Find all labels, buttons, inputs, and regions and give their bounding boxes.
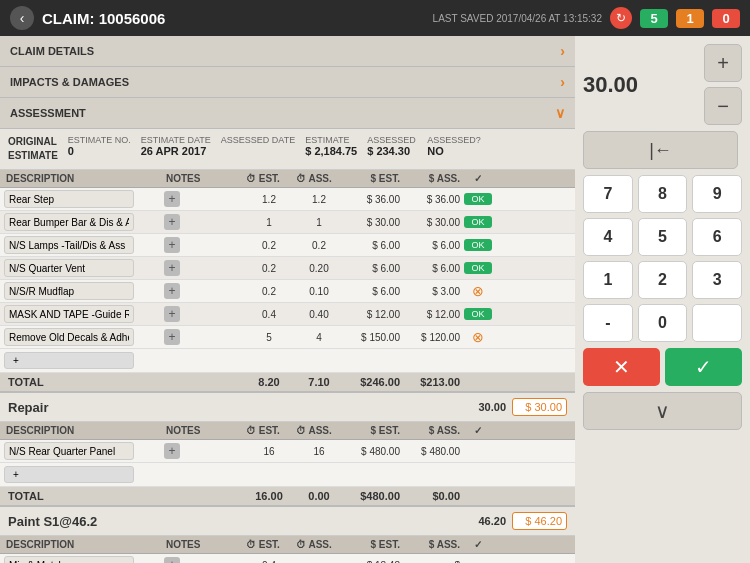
estimate-date-value: 26 APR 2017 <box>141 145 211 157</box>
estimate-no-label: ESTIMATE NO. <box>68 135 131 145</box>
row-desc-cell <box>4 236 164 254</box>
row-status-7: ⊗ <box>464 329 492 345</box>
row-desc-input-6[interactable] <box>4 305 134 323</box>
num-8[interactable]: 8 <box>638 175 688 213</box>
row-desc-input-1[interactable] <box>4 190 134 208</box>
add-note-btn-5[interactable]: + <box>164 283 180 299</box>
num-dash[interactable]: - <box>583 304 633 342</box>
table-row: + 5 4 $ 150.00 $ 120.00 ⊗ <box>0 326 575 349</box>
claim-details-header[interactable]: CLAIM DETAILS › <box>0 36 575 67</box>
row-desc-input-4[interactable] <box>4 259 134 277</box>
add-note-btn-3[interactable]: + <box>164 237 180 253</box>
table-row: + 1.2 1.2 $ 36.00 $ 36.00 OK <box>0 188 575 211</box>
repair-rate-input[interactable] <box>512 398 567 416</box>
cancel-button[interactable]: ✕ <box>583 348 660 386</box>
table-row: + 1 1 $ 30.00 $ 30.00 OK <box>0 211 575 234</box>
row-desc-input-3[interactable] <box>4 236 134 254</box>
refresh-button[interactable]: ↻ <box>610 7 632 29</box>
paint-col-check: ✓ <box>464 539 492 550</box>
num-7[interactable]: 7 <box>583 175 633 213</box>
add-original-row: + <box>0 349 575 373</box>
repair-total-est: 16.00 <box>244 490 294 502</box>
confirm-button[interactable]: ✓ <box>665 348 742 386</box>
num-5[interactable]: 5 <box>638 218 688 256</box>
num-6[interactable]: 6 <box>692 218 742 256</box>
row-est-4: 0.2 <box>244 263 294 274</box>
estimate-date-label: ESTIMATE DATE <box>141 135 211 145</box>
add-icon: + <box>13 469 19 480</box>
repair-total-label: TOTAL <box>4 490 244 502</box>
minus-button[interactable]: − <box>704 87 742 125</box>
add-note-repair-1[interactable]: + <box>164 443 180 459</box>
table-row: + 0.4 $ 18.48 $ <box>0 554 575 563</box>
row-est-d-1: $ 36.00 <box>344 194 404 205</box>
backspace-button[interactable]: |← <box>583 131 738 169</box>
row-desc-cell <box>4 190 164 208</box>
row-status-5: ⊗ <box>464 283 492 299</box>
num-1[interactable]: 1 <box>583 261 633 299</box>
paint-col-ass-dollar: $ ASS. <box>404 539 464 550</box>
assessed-amount-value: $ 234.30 <box>367 145 417 157</box>
repair-rate-value: 30.00 <box>478 401 506 413</box>
row-notes-2: + <box>164 214 244 230</box>
row-ass-d-5: $ 3.00 <box>404 286 464 297</box>
num-empty[interactable] <box>692 304 742 342</box>
row-desc-input-7[interactable] <box>4 328 134 346</box>
col-notes: NOTES <box>164 173 244 184</box>
add-note-btn-2[interactable]: + <box>164 214 180 230</box>
row-notes-5: + <box>164 283 244 299</box>
assessment-header[interactable]: ASSESSMENT ∨ <box>0 98 575 129</box>
num-4[interactable]: 4 <box>583 218 633 256</box>
col-est-dollar: $ EST. <box>344 173 404 184</box>
add-note-btn-4[interactable]: + <box>164 260 180 276</box>
add-note-btn-7[interactable]: + <box>164 329 180 345</box>
row-status-6: OK <box>464 308 492 320</box>
repair-total-row: TOTAL 16.00 0.00 $480.00 $0.00 <box>0 487 575 507</box>
down-button[interactable]: ∨ <box>583 392 742 430</box>
assessment-label: ASSESSMENT <box>10 107 86 119</box>
assessed-amount-label: ASSESSED <box>367 135 417 145</box>
total-ass: 7.10 <box>294 376 344 388</box>
impacts-damages-header[interactable]: IMPACTS & DAMAGES › <box>0 67 575 98</box>
col-est: ⏱ EST. <box>244 173 294 184</box>
add-original-row-btn[interactable]: + <box>4 352 134 369</box>
paint-rate-input[interactable] <box>512 512 567 530</box>
assessed-date-label: ASSESSED DATE <box>221 135 295 145</box>
add-repair-row-btn[interactable]: + <box>4 466 134 483</box>
num-2[interactable]: 2 <box>638 261 688 299</box>
estimate-amount-field: ESTIMATE $ 2,184.75 <box>305 135 357 157</box>
num-9[interactable]: 9 <box>692 175 742 213</box>
num-3[interactable]: 3 <box>692 261 742 299</box>
row-ass-d-2: $ 30.00 <box>404 217 464 228</box>
plus-button[interactable]: + <box>704 44 742 82</box>
add-note-btn-6[interactable]: + <box>164 306 180 322</box>
assessed-q-field: ASSESSED? NO <box>427 135 481 157</box>
repair-row-notes-1: + <box>164 443 244 459</box>
paint-section: Paint S1@46.2 46.20 DESCRIPTION NOTES ⏱ … <box>0 507 575 563</box>
row-ass-d-7: $ 120.00 <box>404 332 464 343</box>
row-status-4: OK <box>464 262 492 274</box>
claim-title: CLAIM: 10056006 <box>42 10 425 27</box>
row-desc-input-2[interactable] <box>4 213 134 231</box>
row-ass-4: 0.20 <box>294 263 344 274</box>
row-desc-cell <box>4 442 164 460</box>
repair-col-est-dollar: $ EST. <box>344 425 404 436</box>
action-row: ✕ ✓ <box>583 348 742 386</box>
row-est-1: 1.2 <box>244 194 294 205</box>
row-notes-4: + <box>164 260 244 276</box>
paint-row-est-1: 0.4 <box>244 560 294 564</box>
add-note-btn-1[interactable]: + <box>164 191 180 207</box>
estimate-no-field: ESTIMATE NO. 0 <box>68 135 131 157</box>
paint-label: Paint S1@46.2 <box>8 514 97 529</box>
num-0[interactable]: 0 <box>638 304 688 342</box>
row-desc-cell <box>4 328 164 346</box>
add-note-paint-1[interactable]: + <box>164 557 180 563</box>
row-ass-5: 0.10 <box>294 286 344 297</box>
back-button[interactable]: ‹ <box>10 6 34 30</box>
row-desc-input-5[interactable] <box>4 282 134 300</box>
repair-row-desc-1[interactable] <box>4 442 134 460</box>
row-ass-2: 1 <box>294 217 344 228</box>
paint-row-desc-1[interactable] <box>4 556 134 563</box>
table-row: + 16 16 $ 480.00 $ 480.00 <box>0 440 575 463</box>
row-est-d-3: $ 6.00 <box>344 240 404 251</box>
